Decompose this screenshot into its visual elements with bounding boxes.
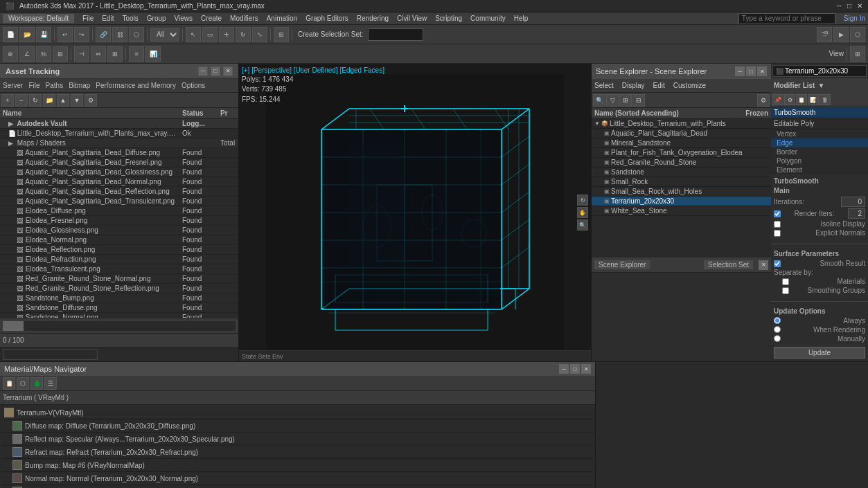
list-item[interactable]: ▣ Plant_for_Fish_Tank_Oxygenation_Elodea — [592, 148, 771, 158]
mod-pin-btn[interactable]: 📌 — [772, 94, 783, 105]
scene-explorer-label[interactable]: Scene Explorer — [594, 260, 650, 269]
graph-btn[interactable]: 📊 — [145, 46, 161, 62]
rotate-btn[interactable]: ↻ — [236, 27, 251, 42]
filter-dropdown[interactable]: All — [150, 28, 179, 42]
array-btn[interactable]: ⊞ — [107, 46, 123, 62]
scene-close-btn[interactable]: ✕ — [757, 66, 767, 76]
save-btn[interactable]: 💾 — [36, 27, 51, 42]
layer-btn[interactable]: ≡ — [129, 46, 144, 62]
spinner-snap-btn[interactable]: ⊞ — [53, 46, 68, 62]
list-item[interactable]: ▣ Mineral_Sandstone — [592, 138, 771, 148]
list-item[interactable]: 🖼 Elodea_Normal.pngFound — [0, 235, 238, 245]
snap-toggle[interactable]: ⊕ — [3, 46, 18, 62]
unlink-btn[interactable]: ⛓ — [112, 27, 127, 42]
list-item[interactable]: ▣ Terrarium_20x20x30 — [592, 197, 771, 206]
material-editor-btn[interactable]: ⬡ — [850, 27, 865, 42]
viewport[interactable]: [+] [Perspective] [User Defined] [Edged … — [239, 64, 591, 361]
orbit-btn[interactable]: ↻ — [577, 195, 588, 206]
selection-set-input[interactable] — [368, 28, 423, 41]
maximize-btn[interactable]: □ — [847, 2, 851, 10]
mod-paste-btn[interactable]: 📝 — [808, 94, 819, 105]
list-item[interactable]: ▣ Sandstone — [592, 168, 771, 177]
list-item[interactable]: 🖼 Aquatic_Plant_Sagittaria_Dead_Transulc… — [0, 197, 238, 206]
menu-file[interactable]: File — [82, 15, 94, 22]
material-maximize-btn[interactable]: □ — [570, 364, 580, 374]
asset-restore-btn[interactable]: □ — [211, 66, 220, 76]
scene-settings-btn[interactable]: ⚙ — [757, 94, 770, 107]
list-item[interactable]: ▣ White_Sea_Stone — [592, 206, 771, 216]
modifier-list-dropdown[interactable]: ▼ — [817, 82, 824, 89]
list-item[interactable]: Terrarium-V(VRayMtl) — [1, 406, 594, 419]
modifier-sub-polygon[interactable]: Polygon — [771, 156, 868, 165]
list-item[interactable]: ▶ Maps / Shaders Total — [0, 138, 238, 148]
mat-nav-btn[interactable]: 📋 — [3, 377, 15, 390]
asset-up-btn[interactable]: ▲ — [57, 94, 69, 107]
render-btn[interactable]: ▶ — [833, 27, 849, 42]
list-item[interactable]: 🖼 Red_Granite_Round_Stone_Reflection.png… — [0, 284, 238, 293]
asset-expand-btn[interactable]: ▼ — [71, 94, 83, 107]
scene-menu-edit[interactable]: Edit — [653, 82, 665, 89]
mod-configure-btn[interactable]: ⚙ — [784, 94, 795, 105]
asset-path-input[interactable] — [3, 349, 98, 360]
open-btn[interactable]: 📂 — [19, 27, 35, 42]
tab-bitmap[interactable]: Bitmap — [69, 82, 90, 89]
list-item[interactable]: Refract map: Refract (Terrarium_20x20x30… — [1, 446, 594, 459]
menu-scripting[interactable]: Scripting — [435, 15, 462, 22]
asset-scrollbar[interactable] — [0, 318, 238, 333]
list-item[interactable]: 🖼 Sandstone_Normal.pngFound — [0, 313, 238, 318]
asset-close-btn[interactable]: ✕ — [223, 66, 233, 76]
mat-editor-btn[interactable]: ⬡ — [17, 377, 29, 390]
list-item[interactable]: ▣ Red_Granite_Round_Stone — [592, 158, 771, 168]
list-item[interactable]: 📄 Little_Desktop_Terrarium_with_Plants_m… — [0, 129, 238, 138]
scene-minimize-btn[interactable]: ─ — [735, 66, 745, 76]
minimize-btn[interactable]: ─ — [837, 2, 842, 10]
select-btn[interactable]: ↖ — [186, 27, 201, 42]
list-item[interactable]: ▣ Small_Rock — [592, 177, 771, 187]
move-btn[interactable]: ✛ — [219, 27, 234, 42]
menu-civil-view[interactable]: Civil View — [397, 15, 427, 22]
search-input[interactable] — [738, 13, 835, 24]
window-controls[interactable]: ─ □ ✕ — [837, 2, 862, 10]
mod-copy-btn[interactable]: 📋 — [796, 94, 807, 105]
workspace-selector[interactable]: Workspace: Default — [3, 14, 74, 23]
menu-views[interactable]: Views — [175, 15, 193, 22]
scene-search-btn[interactable]: 🔍 — [593, 94, 605, 107]
asset-minimize-btn[interactable]: ─ — [198, 66, 208, 76]
material-minimize-btn[interactable]: ─ — [559, 364, 569, 374]
modifier-sub-border[interactable]: Border — [771, 147, 868, 156]
menu-community[interactable]: Community — [470, 15, 506, 22]
menu-tools[interactable]: Tools — [122, 15, 138, 22]
render-iters-input[interactable] — [848, 208, 865, 219]
render-setup-btn[interactable]: 🎬 — [817, 27, 832, 42]
list-item[interactable]: Bump map: Map #6 (VRayNormalMap) — [1, 459, 594, 472]
smoothing-groups-checkbox[interactable] — [782, 287, 789, 294]
materials-checkbox[interactable] — [782, 278, 789, 285]
material-close-btn[interactable]: ✕ — [581, 364, 591, 374]
list-item[interactable]: Normal map: Normal (Terrarium_20x20x30_N… — [1, 472, 594, 485]
scene-expand-all-btn[interactable]: ⊞ — [619, 94, 632, 107]
list-item[interactable]: Diffuse map: Diffuse (Terrarium_20x20x30… — [1, 419, 594, 433]
when-rendering-radio[interactable] — [774, 326, 781, 333]
scene-maximize-btn[interactable]: □ — [746, 66, 756, 76]
list-item[interactable]: 🖼 Aquatic_Plant_Sagittaria_Dead_Fresnel.… — [0, 158, 238, 168]
list-item[interactable]: 🖼 Aquatic_Plant_Sagittaria_Dead_Diffuse.… — [0, 148, 238, 158]
percent-snap-btn[interactable]: % — [36, 46, 51, 62]
menu-create[interactable]: Create — [201, 15, 222, 22]
color-swatch[interactable]: ⬛ — [776, 68, 783, 75]
sign-in-btn[interactable]: Sign In — [844, 15, 865, 22]
asset-new-btn[interactable]: + — [1, 94, 14, 107]
modifier-sub-element[interactable]: Element — [771, 165, 868, 174]
list-item[interactable]: 🖼 Elodea_Glossiness.pngFound — [0, 226, 238, 235]
list-item[interactable]: Reflect map: Specular (Always...Terrariu… — [1, 433, 594, 446]
scrollbar-thumb[interactable] — [3, 321, 24, 331]
render-iters-checkbox[interactable] — [774, 210, 781, 217]
list-item[interactable]: 🖼 Aquatic_Plant_Sagittaria_Dead_Normal.p… — [0, 177, 238, 187]
scene-menu-customize[interactable]: Customize — [673, 82, 706, 89]
scale-btn[interactable]: ⤡ — [252, 27, 267, 42]
tab-server[interactable]: Server — [3, 82, 23, 89]
list-item[interactable]: 🖼 Sandstone_Bump.pngFound — [0, 293, 238, 303]
undo-btn[interactable]: ↩ — [57, 27, 73, 42]
asset-refresh-btn[interactable]: ↻ — [29, 94, 42, 107]
zoom-btn[interactable]: 🔍 — [577, 219, 588, 231]
mod-delete-btn[interactable]: 🗑 — [820, 94, 831, 105]
